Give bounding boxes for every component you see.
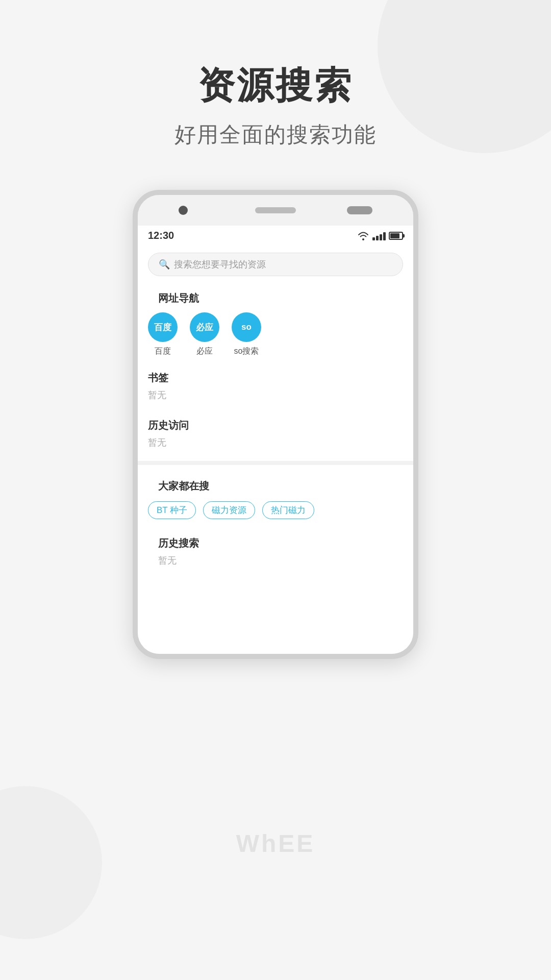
bookmarks-empty: 暂无 <box>138 388 413 407</box>
battery-fill <box>390 233 399 238</box>
nav-label-baidu: 百度 <box>155 346 171 357</box>
page-subtitle: 好用全面的搜索功能 <box>174 120 377 149</box>
volume-up-button <box>133 277 135 307</box>
popular-tag-bt[interactable]: BT 种子 <box>148 501 196 519</box>
nav-label-so: so搜索 <box>234 346 259 357</box>
nav-items-list: 百度 百度 必应 必应 so so搜索 <box>148 308 403 357</box>
bg-decoration-bottom <box>0 786 102 939</box>
popular-search-header: 大家都在搜 <box>148 474 403 496</box>
page-title: 资源搜索 <box>198 61 353 110</box>
bookmarks-header: 书签 <box>138 366 413 388</box>
app-content: 🔍 搜索您想要寻找的资源 网址导航 百度 百度 必应 必应 <box>138 246 413 654</box>
ear-sensor <box>347 206 372 214</box>
popular-tags-list: BT 种子 磁力资源 热门磁力 <box>148 501 403 519</box>
status-bar: 12:30 <box>138 226 413 246</box>
search-placeholder-text: 搜索您想要寻找的资源 <box>174 258 266 271</box>
status-time: 12:30 <box>148 230 174 241</box>
history-visit-empty: 暂无 <box>138 435 413 455</box>
history-visit-section: 历史访问 暂无 <box>138 411 413 459</box>
nav-circle-biying: 必应 <box>190 312 219 342</box>
nav-section: 网址导航 百度 百度 必应 必应 so so搜索 <box>138 283 413 364</box>
volume-down-button <box>133 317 135 348</box>
status-icons <box>357 231 403 240</box>
nav-circle-so: so <box>232 312 261 342</box>
history-visit-header: 历史访问 <box>138 413 413 435</box>
nav-item-baidu[interactable]: 百度 百度 <box>148 312 178 357</box>
wifi-icon <box>357 231 369 240</box>
power-button <box>416 256 418 287</box>
bookmarks-section: 书签 暂无 <box>138 364 413 411</box>
history-search-header: 历史搜索 <box>148 531 403 553</box>
search-container[interactable]: 🔍 搜索您想要寻找的资源 <box>138 246 413 283</box>
popular-tag-cili[interactable]: 磁力资源 <box>203 501 255 519</box>
history-search-empty: 暂无 <box>148 553 403 573</box>
whee-watermark: WhEE <box>236 829 315 857</box>
mute-button <box>133 246 135 266</box>
nav-section-header: 网址导航 <box>148 286 403 308</box>
popular-tag-hotmag[interactable]: 热门磁力 <box>262 501 314 519</box>
battery-icon <box>389 232 403 240</box>
section-divider <box>138 461 413 465</box>
nav-label-biying: 必应 <box>196 346 213 357</box>
nav-item-so[interactable]: so so搜索 <box>232 312 261 357</box>
camera-dot <box>179 206 188 215</box>
nav-item-biying[interactable]: 必应 必应 <box>190 312 219 357</box>
history-search-section: 历史搜索 暂无 <box>138 526 413 578</box>
nav-circle-baidu: 百度 <box>148 312 178 342</box>
speaker-grille <box>255 207 296 213</box>
search-bar[interactable]: 🔍 搜索您想要寻找的资源 <box>148 253 403 276</box>
phone-mockup: 12:30 <box>133 190 418 659</box>
search-icon: 🔍 <box>159 259 170 270</box>
phone-top <box>138 195 413 226</box>
popular-search-section: 大家都在搜 BT 种子 磁力资源 热门磁力 <box>138 467 413 526</box>
signal-icon <box>372 231 386 240</box>
